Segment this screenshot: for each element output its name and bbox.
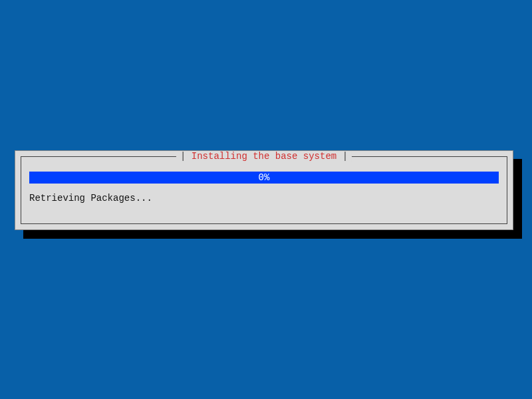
dialog-title: Installing the base system xyxy=(192,151,336,162)
title-pipe-left: | xyxy=(180,151,186,162)
status-text: Retrieving Packages... xyxy=(29,193,152,203)
title-pipe-right: | xyxy=(342,151,348,162)
progress-percent: 0% xyxy=(259,172,270,183)
dialog-frame: | Installing the base system | 0% Retrie… xyxy=(21,156,507,224)
installer-dialog: | Installing the base system | 0% Retrie… xyxy=(15,150,513,230)
progress-bar: 0% xyxy=(29,172,499,184)
dialog-title-wrap: | Installing the base system | xyxy=(176,151,352,162)
